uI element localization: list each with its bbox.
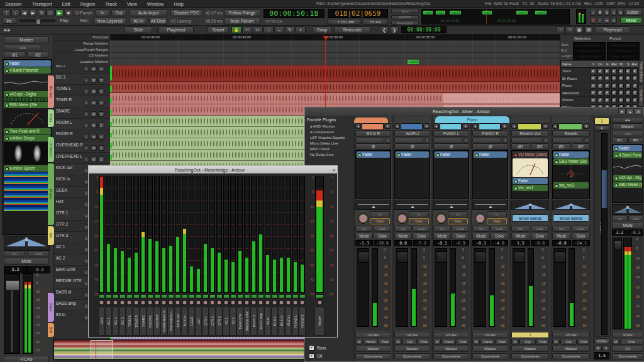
fader-handle[interactable]	[514, 251, 525, 263]
sfa-rev1-processor[interactable]: sfa_rev1	[513, 185, 548, 191]
group-tab-bg-vox[interactable]: BG Vox	[48, 75, 54, 108]
track-solo-button[interactable]: S	[98, 156, 104, 162]
bridge-name-button[interactable]: AC 1	[223, 307, 230, 336]
mini-marker[interactable]: mar1	[423, 11, 433, 14]
track-lane[interactable]	[110, 82, 560, 93]
ebu-meter-processor[interactable]: EBU Meter (S	[613, 182, 642, 188]
peak-display[interactable]: -4.0	[491, 240, 508, 246]
pan-handle[interactable]	[489, 206, 492, 208]
vcas-button[interactable]: -VCAs-	[612, 332, 643, 338]
bridge-meter[interactable]	[223, 176, 229, 293]
metering-post-button[interactable]: Post	[620, 339, 643, 345]
monitor-disk-button[interactable]: Disk	[487, 218, 507, 224]
strip-name-button[interactable]: Reverb	[552, 130, 590, 137]
bridge-input-button[interactable]	[203, 294, 209, 299]
check-cell[interactable]: ✔	[590, 90, 597, 96]
bridge-input-button[interactable]	[292, 294, 299, 299]
track-mute-button[interactable]: M	[91, 134, 97, 140]
checkbox-checked[interactable]: ✔	[632, 83, 638, 89]
bridge-meter[interactable]	[279, 176, 284, 293]
solo-button[interactable]: Solo	[491, 233, 508, 239]
grid-type-select[interactable]: Timecode	[334, 26, 370, 33]
stop-icon[interactable]: ■	[64, 9, 72, 16]
monitor-icon-5[interactable]: b	[618, 9, 624, 16]
hide-eye-icon[interactable]: 👁	[423, 123, 430, 129]
menu-view[interactable]: View	[122, 1, 142, 7]
selection-length-clock[interactable]: --:--:--:--	[573, 53, 606, 60]
bridge-name-button[interactable]: GTR 2	[209, 307, 216, 336]
bridge-input-button[interactable]	[113, 294, 119, 299]
iso-button[interactable]: Iso	[394, 226, 412, 232]
mixer-titlebar[interactable]: ReachingOut - Mixer - Ardour▾▴✕	[305, 107, 643, 116]
monitor-icon-6[interactable]: ✖	[590, 17, 596, 24]
check-cell[interactable]: ✔	[597, 90, 604, 96]
bridge-name-button[interactable]: SNARE	[140, 307, 147, 336]
iso-button[interactable]: Iso	[4, 251, 25, 256]
track-name[interactable]: AC 2	[56, 256, 65, 260]
bridge-name-button[interactable]: KICK in	[181, 307, 188, 336]
column-header[interactable]: V	[590, 61, 597, 67]
peak-display[interactable]: -24.1	[572, 240, 591, 246]
mute-button[interactable]: Mute	[4, 258, 49, 265]
hide-eye-icon[interactable]: 👁	[501, 123, 508, 129]
audition-tool-icon[interactable]: ♪	[264, 26, 274, 33]
monitor-input-button[interactable]: In	[448, 211, 468, 217]
fader-handle[interactable]	[555, 251, 566, 263]
group-checkbox-checked[interactable]: ✔	[309, 345, 314, 351]
gain-display[interactable]: 3.2	[612, 229, 628, 236]
bridge-meter[interactable]	[113, 176, 118, 293]
menu-track[interactable]: Track	[100, 1, 121, 7]
processor-box[interactable]: Fader	[472, 150, 508, 199]
bridge-rec-button[interactable]	[113, 300, 118, 305]
processor-box[interactable]: Fader	[394, 150, 430, 199]
mini-marker[interactable]: mar3	[482, 11, 492, 14]
solo-indicator[interactable]: Solo	[391, 9, 419, 13]
peak-display[interactable]: -7.2	[413, 240, 430, 246]
bridge-meter[interactable]	[258, 176, 264, 293]
menu-session[interactable]: Session	[0, 1, 27, 7]
favorite-plugin-item[interactable]: Micro Delay Line	[305, 140, 353, 146]
non-layered-button[interactable]: Non-Layered	[93, 18, 126, 25]
group-tab-gtr[interactable]: Gtr	[48, 226, 54, 245]
channel-fader[interactable]	[396, 248, 408, 327]
check-cell[interactable]: ✔	[604, 75, 611, 81]
checkbox-checked[interactable]: ✔	[618, 69, 624, 74]
track-name[interactable]: TOMS R	[56, 97, 72, 102]
gain-display[interactable]: -0.8	[552, 240, 571, 246]
mini-marker[interactable]: mar15	[535, 11, 547, 14]
phase-button[interactable]: Ø2	[572, 143, 591, 150]
maximize-icon[interactable]: ▴	[626, 108, 634, 115]
check-cell[interactable]: ✔	[590, 69, 597, 74]
check-cell[interactable]: ✔	[597, 97, 604, 103]
auto-input-button[interactable]: Auto-Input	[130, 9, 167, 16]
track-rec-button[interactable]: ●	[83, 77, 89, 83]
iso-button[interactable]: Iso	[472, 226, 490, 232]
table-row[interactable]: Dr Room✔✔✔✔✔✔✔	[561, 75, 639, 83]
monitor-icon-1[interactable]: ⌂	[590, 9, 596, 16]
follow-range-button[interactable]: Follow Range	[224, 9, 260, 16]
check-cell[interactable]: ✔	[631, 97, 638, 103]
punch-out-button[interactable]: Out	[111, 9, 126, 16]
trim-knob-icon[interactable]: ◔	[463, 138, 469, 143]
track-name[interactable]: BRIDGE GTR	[56, 278, 81, 283]
summary-selection-box[interactable]	[91, 340, 113, 359]
ruler-lane[interactable]	[110, 47, 560, 53]
checkbox-checked[interactable]: ✔	[618, 75, 624, 81]
bridge-input-button[interactable]	[147, 294, 153, 299]
input-button[interactable]: -	[511, 138, 542, 143]
bridge-meter[interactable]	[140, 176, 146, 293]
bridge-meter[interactable]	[126, 176, 132, 293]
region-highlight[interactable]	[443, 94, 560, 103]
group-tab-bnd[interactable]: Bnd	[48, 323, 54, 337]
track-solo-button[interactable]: S	[98, 134, 104, 140]
track-name[interactable]: GTR 3	[56, 233, 68, 238]
group-button[interactable]: Piano	[441, 339, 456, 345]
track-rec-button[interactable]: ●	[83, 156, 89, 162]
check-cell[interactable]: ✔	[611, 69, 618, 74]
snap-mode-button[interactable]: Snap	[312, 26, 332, 33]
limiter-processor[interactable]: x42-dpl - Digita	[4, 91, 51, 97]
edit-tool-icon[interactable]: ⌖	[296, 26, 306, 33]
group-tab-drums[interactable]: Drums	[48, 163, 54, 225]
width-icon[interactable]: ◄	[552, 123, 558, 129]
hide-eye-icon[interactable]: 👁	[542, 123, 549, 129]
